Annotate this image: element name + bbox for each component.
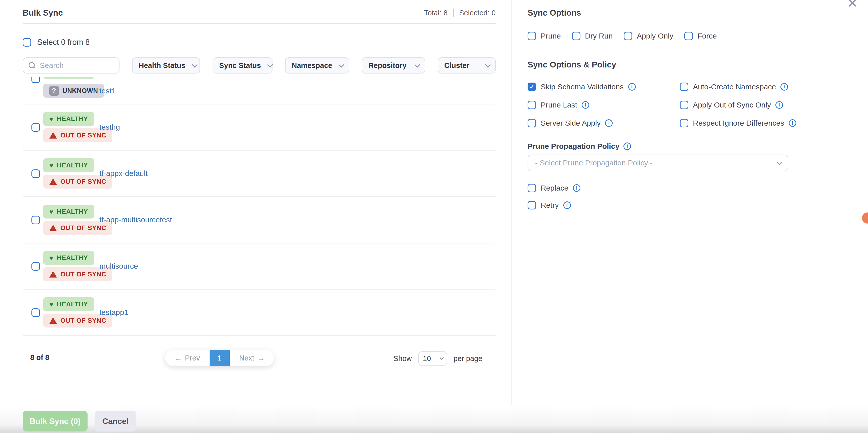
repository-filter-label: Repository xyxy=(368,61,406,70)
namespace-filter[interactable]: Namespace xyxy=(285,57,349,74)
option-skip-schema-validations: ✓ Skip Schema Validations i xyxy=(528,83,680,91)
respect-ignore-differences-checkbox[interactable] xyxy=(680,119,688,127)
heart-icon: ♥ xyxy=(49,301,53,308)
sync-status-filter-label: Sync Status xyxy=(219,61,261,70)
select-all-row: Select 0 from 8 xyxy=(23,38,496,47)
bulk-sync-button[interactable]: Bulk Sync (0) xyxy=(23,411,88,432)
question-icon: ? xyxy=(49,86,59,96)
option-apply-only: Apply Only xyxy=(624,32,673,40)
prev-page-button[interactable]: ← Prev xyxy=(165,350,210,366)
server-side-apply-checkbox[interactable] xyxy=(528,119,536,127)
info-icon[interactable]: i xyxy=(775,101,783,109)
search-input[interactable] xyxy=(40,61,114,70)
health-badge: ♥ HEALTHY xyxy=(43,251,94,265)
app-name-link[interactable]: test1 xyxy=(99,87,116,95)
dialog-title: Bulk Sync xyxy=(23,8,63,18)
sync-options-title: Sync Options xyxy=(528,8,858,18)
replace-checkbox[interactable] xyxy=(528,184,536,192)
row-checkbox[interactable] xyxy=(31,262,40,270)
cancel-button[interactable]: Cancel xyxy=(95,411,136,432)
force-checkbox[interactable] xyxy=(684,32,693,40)
prune-propagation-policy-row: Prune Propagation Policy i xyxy=(528,142,858,150)
page-size-select[interactable]: 10 xyxy=(418,351,447,366)
row-checkbox[interactable] xyxy=(31,169,40,178)
sync-status-filter[interactable]: Sync Status xyxy=(213,57,273,74)
cluster-filter[interactable]: Cluster xyxy=(438,57,496,74)
row-checkbox[interactable] xyxy=(31,123,40,132)
prune-propagation-policy-label: Prune Propagation Policy xyxy=(528,142,619,150)
info-icon[interactable]: i xyxy=(780,83,788,91)
app-selection-panel: Bulk Sync Total: 8 Selected: 0 Select 0 … xyxy=(0,0,512,405)
health-status-filter-label: Health Status xyxy=(138,61,185,70)
sync-status-badge: ? UNKNOWN xyxy=(43,84,104,98)
search-icon xyxy=(28,62,36,69)
header-divider xyxy=(23,23,496,24)
page-size-group: Show 10 per page xyxy=(394,351,482,366)
row-checkbox[interactable] xyxy=(31,308,40,317)
apply-only-checkbox[interactable] xyxy=(624,32,632,40)
health-badge: ♥ HEALTHY xyxy=(43,205,94,219)
close-icon[interactable]: ✕ xyxy=(847,0,858,9)
prune-last-checkbox[interactable] xyxy=(528,101,536,109)
chevron-down-icon xyxy=(414,62,420,68)
floating-action-button-clipped[interactable] xyxy=(862,212,868,224)
chevron-down-icon xyxy=(339,62,344,68)
info-icon[interactable]: i xyxy=(563,201,571,209)
retry-checkbox[interactable] xyxy=(528,201,536,209)
next-page-button[interactable]: Next → xyxy=(230,350,274,366)
chevron-down-icon xyxy=(439,356,444,360)
info-icon[interactable]: i xyxy=(573,184,581,192)
row-checkbox[interactable] xyxy=(31,216,40,224)
current-page-button[interactable]: 1 xyxy=(210,350,230,366)
info-icon[interactable]: i xyxy=(623,143,631,150)
health-status-filter[interactable]: Health Status xyxy=(132,57,200,74)
app-name-link[interactable]: tf-appx-default xyxy=(99,169,148,178)
option-prune: Prune xyxy=(528,32,561,40)
app-row: ♥ HEALTHY ! OUT OF SYNC tf-app-multisour… xyxy=(23,197,496,243)
option-dry-run: Dry Run xyxy=(572,32,613,40)
chevron-down-icon xyxy=(485,62,491,68)
auto-create-namespace-checkbox[interactable] xyxy=(680,83,688,91)
app-name-link[interactable]: tf-app-multisourcetest xyxy=(99,215,172,224)
apply-out-of-sync-only-checkbox[interactable] xyxy=(680,101,688,109)
cluster-filter-label: Cluster xyxy=(444,61,469,70)
right-arrow-icon: → xyxy=(257,354,265,362)
prune-checkbox[interactable] xyxy=(528,32,536,40)
heart-icon: ♥ xyxy=(49,208,53,215)
app-row: ♥ HEALTHY ? UNKNOWN test1 xyxy=(23,77,496,104)
option-server-side-apply: Server Side Apply i xyxy=(528,119,680,127)
heart-icon: ♥ xyxy=(49,116,53,122)
app-row: ♥ HEALTHY ! OUT OF SYNC tf-appx-default xyxy=(23,150,496,197)
chevron-down-icon xyxy=(777,160,782,165)
dry-run-checkbox[interactable] xyxy=(572,32,581,40)
selected-count: Selected: 0 xyxy=(459,9,496,17)
prune-propagation-policy-select[interactable]: - Select Prune Propagation Policy - xyxy=(528,154,788,171)
option-replace: Replace i xyxy=(528,184,858,192)
option-apply-out-of-sync-only: Apply Out of Sync Only i xyxy=(680,101,858,109)
dialog-header: Bulk Sync Total: 8 Selected: 0 xyxy=(23,8,496,18)
app-name-link[interactable]: testhg xyxy=(99,123,120,132)
repository-filter[interactable]: Repository xyxy=(362,57,425,74)
row-checkbox[interactable] xyxy=(31,77,40,83)
select-all-checkbox[interactable] xyxy=(23,38,31,47)
sync-options-policy-title: Sync Options & Policy xyxy=(528,60,858,69)
info-icon[interactable]: i xyxy=(605,119,613,127)
app-list: ♥ HEALTHY ? UNKNOWN test1 ♥ HE xyxy=(23,77,496,336)
totals-divider xyxy=(453,8,454,17)
heart-icon: ♥ xyxy=(49,255,53,261)
health-badge: ♥ HEALTHY xyxy=(43,112,94,126)
skip-schema-validations-checkbox[interactable]: ✓ xyxy=(528,83,536,91)
select-all-label: Select 0 from 8 xyxy=(37,38,90,47)
app-name-link[interactable]: testapp1 xyxy=(99,308,128,317)
option-auto-create-namespace: Auto-Create Namespace i xyxy=(680,83,858,91)
selection-totals: Total: 8 Selected: 0 xyxy=(424,8,496,17)
health-badge: ♥ HEALTHY xyxy=(43,297,94,311)
app-name-link[interactable]: multisource xyxy=(99,262,138,270)
per-page-label: per page xyxy=(454,354,483,363)
heart-icon: ♥ xyxy=(49,162,53,169)
search-box[interactable] xyxy=(23,57,120,74)
info-icon[interactable]: i xyxy=(628,83,636,91)
info-icon[interactable]: i xyxy=(582,101,589,109)
app-row: ♥ HEALTHY ! OUT OF SYNC multisource xyxy=(23,243,496,289)
info-icon[interactable]: i xyxy=(789,119,796,127)
